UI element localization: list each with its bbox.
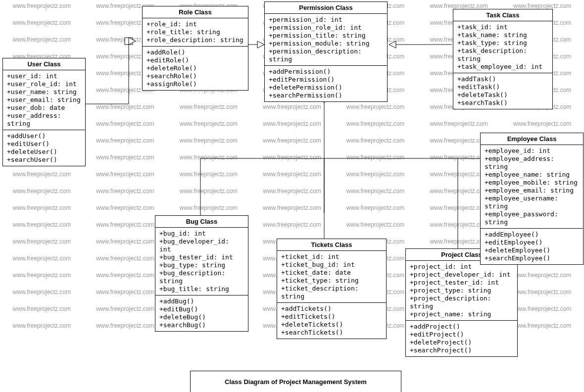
- member-line: +searchProject(): [410, 346, 513, 354]
- member-line: +editProject(): [410, 331, 513, 339]
- watermark-text: www.freeprojectz.com: [513, 305, 571, 312]
- member-line: +searchRole(): [146, 72, 244, 80]
- member-line: +deleteTask(): [457, 91, 548, 99]
- watermark-text: www.freeprojectz.com: [346, 171, 404, 178]
- member-line: +task_id: int: [457, 23, 548, 31]
- member-line: +task_employee_id: int: [457, 63, 548, 71]
- member-line: +project_type: string: [410, 287, 513, 294]
- member-line: +employee_email: string: [485, 187, 579, 195]
- watermark-text: www.freeprojectz.com: [513, 2, 571, 9]
- member-line: +project_tester_id: int: [410, 279, 513, 287]
- class-role-ops: +addRole()+editRole()+deleteRole()+searc…: [143, 47, 248, 90]
- member-line: +deleteBug(): [159, 313, 244, 321]
- watermark-text: www.freeprojectz.com: [13, 255, 71, 262]
- member-line: +ticket_description: string: [281, 285, 382, 300]
- member-line: +employee_mobile: string: [485, 179, 579, 187]
- member-line: +searchPermission(): [269, 92, 383, 99]
- class-bug-attrs: +bug_id: int+bug_developer_id: int+bug_t…: [155, 228, 248, 295]
- class-permission: Permission Class +permission_id: int+per…: [264, 1, 388, 102]
- class-role-title: Role Class: [143, 6, 248, 18]
- watermark-text: www.freeprojectz.com: [96, 289, 154, 295]
- member-line: +bug_id: int: [159, 230, 244, 238]
- member-line: +bug_type: string: [159, 261, 244, 269]
- class-employee: Employee Class +employee_id: int+employe…: [480, 133, 584, 265]
- watermark-text: www.freeprojectz.com: [513, 289, 571, 295]
- member-line: +addProject(): [410, 323, 513, 331]
- watermark-text: www.freeprojectz.com: [430, 171, 487, 178]
- member-line: +permission_id: int: [269, 16, 383, 24]
- member-line: +user_email: string: [7, 96, 81, 104]
- class-role: Role Class +role_id: int+role_title: str…: [142, 6, 248, 91]
- watermark-text: www.freeprojectz.com: [346, 154, 404, 161]
- member-line: +bug_tester_id: int: [159, 253, 244, 261]
- member-line: +employee_name: string: [485, 171, 579, 179]
- watermark-text: www.freeprojectz.com: [263, 171, 321, 178]
- watermark-text: www.freeprojectz.com: [430, 221, 487, 228]
- member-line: +searchUser(): [7, 156, 81, 164]
- diagram-title: Class Diagram of Project Management Syst…: [190, 371, 401, 392]
- member-line: +bug_title: string: [159, 285, 244, 293]
- svg-marker-6: [257, 41, 264, 48]
- member-line: +deleteEmployee(): [485, 246, 579, 254]
- watermark-text: www.freeprojectz.com: [430, 238, 487, 245]
- class-bug-ops: +addBug()+editBug()+deleteBug()+searchBu…: [155, 295, 248, 331]
- member-line: +permission_role_id: int: [269, 24, 383, 32]
- class-user-attrs: +user_id: int+user_role_id: int+user_nam…: [3, 70, 85, 130]
- member-line: +user_name: string: [7, 88, 81, 96]
- watermark-text: www.freeprojectz.com: [13, 204, 71, 211]
- class-tickets-attrs: +ticket_id: int+ticket_bug_id: int+ticke…: [277, 251, 386, 303]
- watermark-text: www.freeprojectz.com: [430, 154, 487, 161]
- watermark-text: www.freeprojectz.com: [13, 2, 71, 9]
- watermark-text: www.freeprojectz.com: [346, 137, 404, 144]
- watermark-text: www.freeprojectz.com: [13, 289, 71, 295]
- member-line: +ticket_bug_id: int: [281, 261, 382, 269]
- member-line: +task_type: string: [457, 39, 548, 47]
- member-line: +user_id: int: [7, 72, 81, 80]
- watermark-row: www.freeprojectz.comwww.freeprojectz.com…: [0, 120, 584, 127]
- watermark-text: www.freeprojectz.com: [13, 171, 71, 178]
- member-line: +project_description: string: [410, 294, 513, 310]
- watermark-text: www.freeprojectz.com: [96, 120, 154, 127]
- class-task-attrs: +task_id: int+task_name: string+task_typ…: [453, 21, 552, 73]
- watermark-text: www.freeprojectz.com: [180, 204, 238, 211]
- watermark-text: www.freeprojectz.com: [346, 188, 404, 195]
- class-employee-title: Employee Class: [481, 133, 583, 145]
- watermark-text: www.freeprojectz.com: [13, 238, 71, 245]
- watermark-text: www.freeprojectz.com: [513, 322, 571, 329]
- watermark-text: www.freeprojectz.com: [180, 120, 238, 127]
- member-line: +searchTask(): [457, 99, 548, 107]
- class-bug: Bug Class +bug_id: int+bug_developer_id:…: [155, 215, 248, 332]
- watermark-text: www.freeprojectz.com: [263, 188, 321, 195]
- watermark-text: www.freeprojectz.com: [430, 2, 487, 9]
- watermark-text: www.freeprojectz.com: [346, 204, 404, 211]
- watermark-text: www.freeprojectz.com: [13, 36, 71, 43]
- class-employee-ops: +addEmployee()+editEmployee()+deleteEmpl…: [481, 229, 583, 264]
- member-line: +bug_description: string: [159, 269, 244, 285]
- class-task: Task Class +task_id: int+task_name: stri…: [453, 9, 553, 109]
- watermark-text: www.freeprojectz.com: [263, 103, 321, 110]
- watermark-text: www.freeprojectz.com: [346, 120, 404, 127]
- watermark-text: www.freeprojectz.com: [263, 154, 321, 161]
- member-line: +task_description: string: [457, 47, 548, 63]
- watermark-text: www.freeprojectz.com: [96, 272, 154, 279]
- watermark-text: www.freeprojectz.com: [513, 272, 571, 279]
- svg-marker-3: [125, 38, 133, 45]
- member-line: +addRole(): [146, 49, 244, 56]
- member-line: +deleteProject(): [410, 339, 513, 346]
- member-line: +deleteTickets(): [281, 321, 382, 329]
- class-task-ops: +addTask()+editTask()+deleteTask()+searc…: [453, 73, 552, 109]
- watermark-text: www.freeprojectz.com: [13, 221, 71, 228]
- watermark-text: www.freeprojectz.com: [430, 120, 487, 127]
- member-line: +addTask(): [457, 75, 548, 83]
- member-line: +searchBug(): [159, 321, 244, 329]
- member-line: +employee_password: string: [485, 210, 579, 226]
- watermark-text: www.freeprojectz.com: [96, 103, 154, 110]
- watermark-text: www.freeprojectz.com: [13, 188, 71, 195]
- member-line: +task_name: string: [457, 31, 548, 39]
- class-permission-title: Permission Class: [265, 2, 387, 14]
- member-line: +editPermission(): [269, 76, 383, 84]
- class-project-ops: +addProject()+editProject()+deleteProjec…: [406, 321, 517, 356]
- class-employee-attrs: +employee_id: int+employee_address: stri…: [481, 145, 583, 229]
- member-line: +employee_id: int: [485, 147, 579, 155]
- member-line: +permission_title: string: [269, 32, 383, 40]
